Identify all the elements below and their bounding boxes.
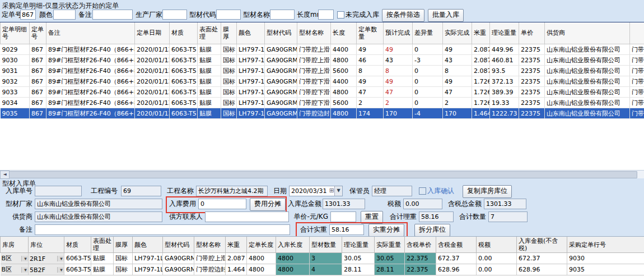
cell[interactable]: 6063-T5 xyxy=(170,76,198,87)
cell[interactable]: GA90GRM03 xyxy=(163,253,194,264)
column-header[interactable]: 入库金额(不含税) xyxy=(517,237,567,253)
cell[interactable]: 门带腔上滑 xyxy=(297,66,331,76)
cell[interactable]: GA90GRM04 xyxy=(265,98,297,108)
cell[interactable]: 2020/01/13 xyxy=(135,76,170,87)
column-header[interactable]: 理论重量 xyxy=(490,22,519,44)
cell[interactable]: LH797-1LL0 xyxy=(237,55,265,66)
cell[interactable]: 6063-T5 xyxy=(170,108,198,119)
column-header[interactable]: 供货商 xyxy=(545,22,630,44)
cell[interactable]: 4800 xyxy=(331,87,357,98)
cell[interactable]: 0 xyxy=(413,98,443,108)
copy-warehouse-button[interactable]: 复制库房库位 xyxy=(463,185,512,198)
cell[interactable]: 93.5 xyxy=(490,66,519,76)
cell[interactable]: 贴膜 xyxy=(91,264,114,275)
cell[interactable]: 0 xyxy=(413,44,443,55)
cell[interactable]: 9031 xyxy=(1,66,30,76)
cell[interactable]: 国标 xyxy=(221,98,237,108)
cell[interactable]: 22375 xyxy=(519,76,545,87)
cell[interactable]: LH797-1LL0 xyxy=(133,264,163,275)
split-location-button[interactable]: 拆分库位 xyxy=(414,224,450,237)
cell[interactable]: 30.05 xyxy=(342,253,375,264)
cell[interactable]: LH797-1LL0 xyxy=(237,98,265,108)
cell[interactable]: 19.33 xyxy=(490,98,519,108)
cell[interactable]: 372.13 xyxy=(490,76,519,87)
cell[interactable]: 867 xyxy=(30,76,46,87)
cell[interactable]: 47 xyxy=(384,87,413,98)
cell[interactable]: 9030 xyxy=(1,55,30,66)
unfinished-checkbox[interactable] xyxy=(337,11,344,19)
table-row[interactable]: B区▾5B2F▾6063-T5贴膜国标LH797-1LL0GA90GRM05门带… xyxy=(1,264,644,275)
cell[interactable]: 贴膜 xyxy=(198,44,221,55)
cell[interactable]: 山东南山铝业股份有限公司 xyxy=(545,44,630,55)
cell[interactable]: LH797-1LL0 xyxy=(237,108,265,119)
cell[interactable]: 9030 xyxy=(567,253,644,264)
column-header[interactable]: 库位 xyxy=(29,237,64,253)
dropdown-arrow-icon[interactable]: ▾ xyxy=(21,267,29,273)
dropdown-arrow-icon[interactable]: ▾ xyxy=(57,256,64,261)
cell[interactable]: 贴膜 xyxy=(198,87,221,98)
column-header[interactable]: 含税金额 xyxy=(436,237,477,253)
actual-weight-input[interactable] xyxy=(329,224,364,235)
cell[interactable]: 门带腔下滑 xyxy=(297,98,331,108)
cell[interactable]: 89#门框型材F26-F40（866+867） xyxy=(46,98,135,108)
cell[interactable]: 1.464 xyxy=(472,108,490,119)
cell[interactable]: 9035 xyxy=(1,108,30,119)
scroll-left-arrow-icon[interactable]: ◄ xyxy=(0,171,10,179)
cell[interactable]: 89#门框型材F26-F40（866+867） xyxy=(46,76,135,87)
column-header[interactable]: 米重 xyxy=(472,22,490,44)
cell[interactable]: 9034 xyxy=(1,98,30,108)
cell[interactable]: 9032 xyxy=(1,76,30,87)
cell[interactable]: 国标 xyxy=(114,253,133,264)
cell[interactable]: 2020/01/13 xyxy=(135,66,170,76)
reset-button[interactable]: 重置 xyxy=(361,211,383,224)
cell[interactable]: 0 xyxy=(413,66,443,76)
cell[interactable]: 国标 xyxy=(221,108,237,119)
cell[interactable]: 2020/01/13 xyxy=(135,108,170,119)
cell[interactable]: GA90GRM05 xyxy=(265,108,297,119)
filter-order-no-input[interactable] xyxy=(20,10,36,20)
cell[interactable]: 628.96 xyxy=(436,264,477,275)
cell[interactable]: LH797-1LL0 xyxy=(237,44,265,55)
cell[interactable]: 2 xyxy=(443,98,472,108)
cell[interactable]: B区▾ xyxy=(1,264,29,275)
inbound-confirm-checkbox[interactable] xyxy=(419,187,426,195)
cell[interactable]: 49 xyxy=(357,44,384,55)
cell[interactable]: GA90GRM04 xyxy=(265,76,297,87)
table-row[interactable]: 903086789#门框型材F26-F40（866+867）2020/01/13… xyxy=(1,55,644,66)
cell[interactable]: 1.726 xyxy=(472,98,490,108)
cell[interactable]: 门带腔边封 xyxy=(630,108,644,119)
cell[interactable]: 672.37 xyxy=(436,253,477,264)
filter-by-condition-button[interactable]: 按条件筛选 xyxy=(382,9,424,22)
cell[interactable]: 门带腔边封 xyxy=(297,108,331,119)
cell[interactable]: 0 xyxy=(413,76,443,87)
cell[interactable]: 9033 xyxy=(1,87,30,98)
cell[interactable]: B区▾ xyxy=(1,253,29,264)
cell[interactable]: 449.96 xyxy=(490,44,519,55)
cell[interactable]: 5600 xyxy=(331,98,357,108)
cell[interactable]: 门带腔上滑 xyxy=(630,66,644,76)
table-row[interactable]: 903486789#门框型材F26-F40（866+867）2020/01/13… xyxy=(1,98,644,108)
cell[interactable]: 山东南山铝业股份有限公司 xyxy=(545,87,630,98)
cell[interactable]: 贴膜 xyxy=(198,98,221,108)
column-header[interactable]: 实际完成 xyxy=(443,22,472,44)
cell[interactable]: 4800 xyxy=(331,55,357,66)
column-header[interactable]: 米重 xyxy=(226,237,247,253)
horizontal-scrollbar[interactable]: ◄ xyxy=(0,170,644,178)
column-header[interactable]: 定单数量 xyxy=(357,22,384,44)
cell[interactable]: 2020/01/13 xyxy=(135,55,170,66)
cell[interactable]: 4400 xyxy=(331,76,357,87)
cell[interactable]: GA90GRM03 xyxy=(265,44,297,55)
cell[interactable]: 6063-T5 xyxy=(64,264,91,275)
cell[interactable]: 28.11 xyxy=(342,264,375,275)
cell[interactable]: 22375 xyxy=(519,66,545,76)
cell[interactable]: LH797-1LL0 xyxy=(237,76,265,87)
column-header[interactable]: 材质 xyxy=(64,237,91,253)
cell[interactable]: 国标 xyxy=(221,55,237,66)
cell[interactable]: 4800 xyxy=(276,253,310,264)
cell[interactable]: 国标 xyxy=(221,87,237,98)
cell[interactable]: 47 xyxy=(443,87,472,98)
cell[interactable]: 8 xyxy=(384,66,413,76)
column-header[interactable]: 库房 xyxy=(1,237,29,253)
cell[interactable]: 贴膜 xyxy=(198,66,221,76)
cell[interactable]: 22.375 xyxy=(405,253,436,264)
